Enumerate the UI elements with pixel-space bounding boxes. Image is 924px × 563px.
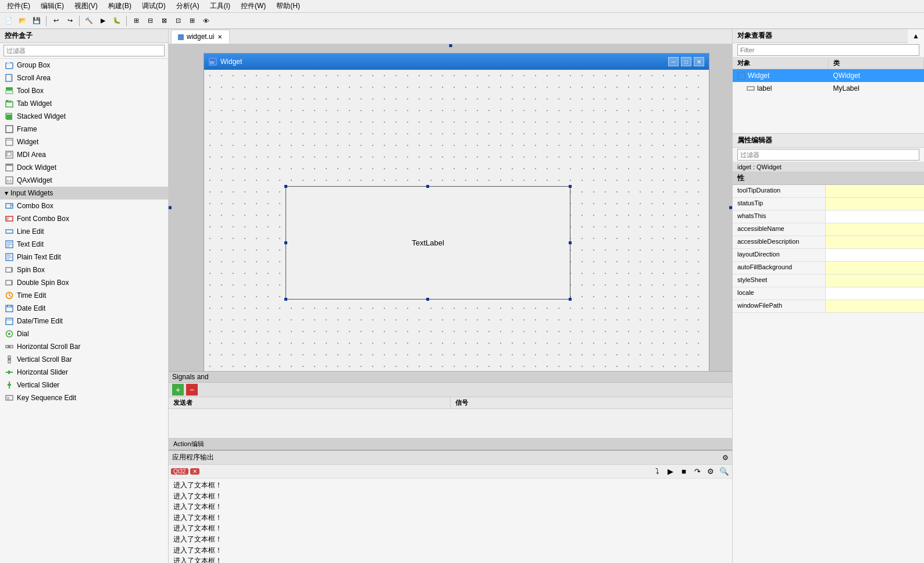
toolbar-save[interactable]: 💾: [30, 15, 43, 27]
widget-item-fontcombobox[interactable]: F Font Combo Box: [0, 212, 168, 225]
sel-tc[interactable]: [426, 185, 429, 188]
output-step-btn[interactable]: ↷: [691, 466, 703, 478]
widget-item-dial[interactable]: Dial: [0, 327, 168, 340]
signals-remove-btn[interactable]: −: [186, 384, 198, 395]
props-value-9[interactable]: [826, 300, 924, 312]
toolbar-run[interactable]: ▶: [97, 15, 109, 27]
widget-item-qaxwidget[interactable]: AX QAxWidget: [0, 174, 168, 187]
widget-item-doublespinbox[interactable]: Double Spin Box: [0, 276, 168, 289]
output-tab-qt32[interactable]: Qt32: [171, 468, 188, 475]
props-value-6[interactable]: [826, 262, 924, 274]
window-maximize-btn[interactable]: □: [681, 57, 691, 66]
tree-row-widget[interactable]: Widget QWidget: [733, 69, 924, 82]
props-value-0[interactable]: [826, 185, 924, 197]
menu-build[interactable]: 构建(B): [104, 0, 136, 12]
sel-handle-right[interactable]: [729, 206, 732, 209]
widget-item-tabwidget[interactable]: Tab Widget: [0, 97, 168, 110]
tab-close-btn[interactable]: ✕: [216, 34, 223, 40]
sel-ml[interactable]: [284, 241, 287, 244]
widget-item-textedit[interactable]: Text Edit: [0, 238, 168, 251]
toolbar-grid[interactable]: ⊞: [185, 15, 198, 27]
toolbar-redo[interactable]: ↪: [63, 15, 76, 27]
sel-tr[interactable]: [569, 185, 572, 188]
toolbar-open[interactable]: 📂: [16, 15, 29, 27]
left-panel: 控件盒子 ▭ Group Box Scroll Area Tool Box Ta…: [0, 29, 169, 563]
sel-bc[interactable]: [426, 298, 429, 301]
widget-item-scrollarea[interactable]: Scroll Area: [0, 72, 168, 84]
object-filter-input[interactable]: [737, 44, 919, 56]
widget-item-frame[interactable]: Frame: [0, 123, 168, 136]
menu-analyze[interactable]: 分析(A): [172, 0, 204, 12]
output-play-btn[interactable]: ▶: [665, 466, 676, 478]
sel-br[interactable]: [569, 298, 572, 301]
widget-item-vslider[interactable]: Vertical Slider: [0, 379, 168, 391]
widget-item-toolbox[interactable]: Tool Box: [0, 84, 168, 97]
spinbox-label: Spin Box: [17, 266, 45, 274]
svg-line-43: [9, 295, 11, 297]
menu-tools[interactable]: 工具(I): [205, 0, 235, 12]
output-tab-close[interactable]: ✕: [190, 468, 199, 475]
sel-handle-top[interactable]: [449, 44, 452, 47]
window-minimize-btn[interactable]: ─: [668, 57, 679, 66]
menu-controls[interactable]: 控件(E): [2, 0, 35, 12]
toolbar-align-left[interactable]: ⊞: [130, 15, 142, 27]
widget-item-hslider[interactable]: Horizontal Slider: [0, 366, 168, 379]
widget-item-keyseq[interactable]: ⌘ Key Sequence Edit: [0, 391, 168, 404]
toolbar-undo[interactable]: ↩: [49, 15, 62, 27]
section-input-widgets[interactable]: ▾ Input Widgets: [0, 187, 168, 199]
output-settings-btn[interactable]: ⚙: [705, 466, 716, 478]
output-scroll-end-btn[interactable]: ⤵: [651, 466, 663, 478]
widget-item-widget[interactable]: Widget: [0, 136, 168, 148]
toolbar-align-top[interactable]: ⊠: [158, 15, 170, 27]
menu-view[interactable]: 视图(V): [70, 0, 102, 12]
props-value-7[interactable]: [826, 275, 924, 287]
widget-item-hscrollbar[interactable]: Horizontal Scroll Bar: [0, 340, 168, 353]
menu-help[interactable]: 帮助(H): [272, 0, 305, 12]
props-value-4[interactable]: [826, 236, 924, 248]
sel-bl[interactable]: [284, 298, 287, 301]
toolbar-preview[interactable]: 👁: [199, 15, 212, 27]
output-search-btn[interactable]: 🔍: [718, 466, 730, 478]
toolbar-sep-3: [126, 16, 127, 26]
widget-item-stacked[interactable]: Stacked Widget: [0, 110, 168, 123]
props-value-1[interactable]: [826, 198, 924, 210]
toolbar-new[interactable]: 📄: [2, 15, 15, 27]
widget-item-plaintextedit[interactable]: Plain Text Edit: [0, 251, 168, 263]
sel-handle-left[interactable]: [169, 206, 172, 209]
filter-input[interactable]: [3, 45, 165, 56]
widget-item-lineedit[interactable]: Line Edit: [0, 225, 168, 238]
toolbar-debug[interactable]: 🐛: [110, 15, 123, 27]
widget-item-timeedit[interactable]: Time Edit: [0, 289, 168, 302]
properties-filter-input[interactable]: [737, 149, 919, 161]
widget-window-content[interactable]: TextLabel: [204, 70, 709, 371]
signals-add-btn[interactable]: +: [172, 384, 184, 395]
doublespinbox-label: Double Spin Box: [17, 279, 69, 287]
widget-item-datetimeedit[interactable]: Date/Time Edit: [0, 315, 168, 327]
menu-edit[interactable]: 编辑(E): [36, 0, 69, 12]
tree-row-label[interactable]: label MyLabel: [733, 82, 924, 95]
props-value-5[interactable]: [826, 249, 924, 261]
props-value-2[interactable]: [826, 211, 924, 223]
widget-item-groupbox[interactable]: ▭ Group Box: [0, 59, 168, 72]
sel-mr[interactable]: [569, 241, 572, 244]
text-label-widget[interactable]: TextLabel: [286, 186, 570, 300]
widget-item-combobox[interactable]: Combo Box: [0, 199, 168, 212]
widget-item-mdiarea[interactable]: MDI Area: [0, 148, 168, 161]
design-canvas-area[interactable]: W Widget ─ □ ✕: [169, 44, 732, 371]
widget-item-dockwidget[interactable]: Dock Widget: [0, 161, 168, 174]
toolbar-build[interactable]: 🔨: [83, 15, 95, 27]
props-value-3[interactable]: [826, 223, 924, 236]
output-stop-btn[interactable]: ■: [678, 466, 690, 478]
tab-widget-ui[interactable]: widget.ui ✕: [171, 30, 230, 44]
sel-tl[interactable]: [284, 185, 287, 188]
props-value-8[interactable]: [826, 287, 924, 300]
menu-widget[interactable]: 控件(W): [236, 0, 270, 12]
widget-list: ▭ Group Box Scroll Area Tool Box Tab Wid…: [0, 59, 168, 563]
widget-item-spinbox[interactable]: Spin Box: [0, 263, 168, 276]
window-close-btn[interactable]: ✕: [694, 57, 704, 66]
widget-item-dateedit[interactable]: Date Edit: [0, 302, 168, 315]
menu-debug[interactable]: 调试(D): [137, 0, 170, 12]
widget-item-vscrollbar[interactable]: Vertical Scroll Bar: [0, 353, 168, 366]
toolbar-align-bottom[interactable]: ⊡: [172, 15, 184, 27]
toolbar-align-right[interactable]: ⊟: [144, 15, 156, 27]
